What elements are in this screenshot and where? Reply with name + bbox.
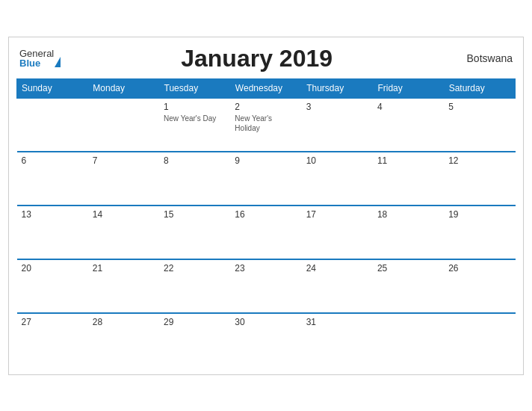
logo-blue-text: Blue (19, 58, 54, 68)
country-label: Botswana (453, 52, 513, 64)
day-number: 6 (22, 155, 84, 166)
day-number: 17 (306, 209, 368, 220)
day-number: 26 (448, 263, 510, 274)
day-number: 11 (377, 155, 439, 166)
calendar-thead: SundayMondayTuesdayWednesdayThursdayFrid… (17, 78, 516, 98)
calendar-header: General Blue January 2019 Botswana (16, 45, 516, 72)
day-number: 5 (448, 102, 510, 112)
day-number: 4 (377, 102, 439, 112)
calendar-day-cell: 31 (302, 313, 373, 367)
weekday-header-cell: Wednesday (230, 78, 301, 98)
weekday-header-cell: Sunday (17, 78, 88, 98)
weekday-header-cell: Tuesday (159, 78, 230, 98)
calendar-day-cell: 13 (17, 206, 88, 259)
day-number: 2 (235, 102, 297, 112)
day-number: 31 (306, 317, 368, 327)
calendar-day-cell: 26 (444, 259, 515, 313)
calendar-day-cell: 4 (373, 98, 444, 152)
weekday-header-cell: Thursday (302, 78, 373, 98)
holiday-text: New Year's Holiday (235, 114, 297, 133)
calendar-day-cell: 2New Year's Holiday (230, 98, 301, 152)
day-number: 14 (93, 209, 155, 220)
calendar-day-cell: 17 (302, 206, 373, 259)
calendar-day-cell: 18 (373, 206, 444, 259)
day-number: 29 (164, 317, 226, 327)
day-number: 18 (377, 209, 439, 220)
day-number: 7 (93, 155, 155, 166)
calendar-day-cell: 21 (88, 259, 159, 313)
calendar-week-row: 2728293031 (17, 313, 516, 367)
calendar-day-cell: 12 (444, 152, 515, 206)
calendar-day-cell (444, 313, 515, 367)
day-number: 22 (164, 263, 226, 274)
day-number: 3 (306, 102, 368, 112)
day-number: 27 (22, 317, 84, 327)
calendar-day-cell: 25 (373, 259, 444, 313)
calendar-day-cell: 8 (159, 152, 230, 206)
day-number: 12 (448, 155, 510, 166)
calendar-day-cell: 5 (444, 98, 515, 152)
logo-triangle-icon (55, 57, 61, 67)
day-number: 24 (306, 263, 368, 274)
calendar-day-cell: 7 (88, 152, 159, 206)
calendar-day-cell: 16 (230, 206, 301, 259)
day-number: 21 (93, 263, 155, 274)
day-number: 15 (164, 209, 226, 220)
calendar-week-row: 20212223242526 (17, 259, 516, 313)
day-number: 28 (93, 317, 155, 327)
day-number: 23 (235, 263, 297, 274)
calendar-day-cell: 22 (159, 259, 230, 313)
calendar-week-row: 13141516171819 (17, 206, 516, 259)
day-number: 1 (164, 102, 226, 112)
day-number: 20 (22, 263, 84, 274)
calendar-day-cell: 30 (230, 313, 301, 367)
calendar-table: SundayMondayTuesdayWednesdayThursdayFrid… (16, 78, 516, 367)
calendar-day-cell: 10 (302, 152, 373, 206)
weekday-header-cell: Friday (373, 78, 444, 98)
calendar-day-cell: 29 (159, 313, 230, 367)
day-number: 30 (235, 317, 297, 327)
calendar-week-row: 1New Year's Day2New Year's Holiday345 (17, 98, 516, 152)
calendar-day-cell: 9 (230, 152, 301, 206)
calendar-day-cell: 27 (17, 313, 88, 367)
day-number: 19 (448, 209, 510, 220)
calendar-day-cell: 11 (373, 152, 444, 206)
calendar-day-cell (88, 98, 159, 152)
calendar-day-cell: 19 (444, 206, 515, 259)
day-number: 10 (306, 155, 368, 166)
calendar-day-cell: 15 (159, 206, 230, 259)
calendar-title: January 2019 (61, 45, 453, 72)
calendar-day-cell (17, 98, 88, 152)
calendar-container: General Blue January 2019 Botswana Sunda… (8, 37, 524, 375)
day-number: 25 (377, 263, 439, 274)
calendar-day-cell: 3 (302, 98, 373, 152)
calendar-day-cell: 6 (17, 152, 88, 206)
weekday-header-cell: Saturday (444, 78, 515, 98)
calendar-day-cell: 28 (88, 313, 159, 367)
calendar-day-cell: 14 (88, 206, 159, 259)
calendar-day-cell: 20 (17, 259, 88, 313)
holiday-text: New Year's Day (164, 114, 226, 123)
weekday-header-cell: Monday (88, 78, 159, 98)
calendar-day-cell: 23 (230, 259, 301, 313)
day-number: 9 (235, 155, 297, 166)
calendar-day-cell: 24 (302, 259, 373, 313)
calendar-week-row: 6789101112 (17, 152, 516, 206)
calendar-day-cell: 1New Year's Day (159, 98, 230, 152)
calendar-tbody: 1New Year's Day2New Year's Holiday345678… (17, 98, 516, 367)
day-number: 16 (235, 209, 297, 220)
day-number: 8 (164, 155, 226, 166)
calendar-day-cell (373, 313, 444, 367)
day-number: 13 (22, 209, 84, 220)
logo: General Blue (19, 49, 61, 68)
weekday-header-row: SundayMondayTuesdayWednesdayThursdayFrid… (17, 78, 516, 98)
